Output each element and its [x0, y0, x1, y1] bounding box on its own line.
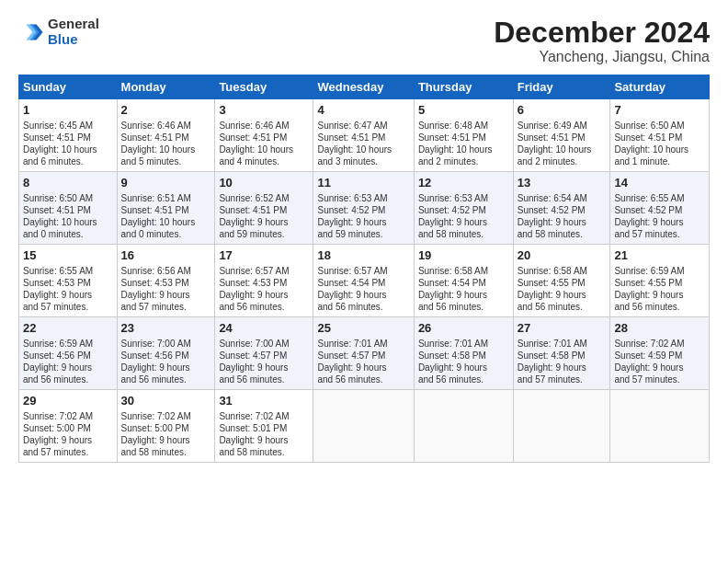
- day-info: Sunset: 4:51 PM: [518, 132, 586, 143]
- day-info: Sunset: 4:57 PM: [219, 350, 287, 361]
- calendar-cell: 10Sunrise: 6:52 AMSunset: 4:51 PMDayligh…: [215, 172, 313, 245]
- calendar-cell: 1Sunrise: 6:45 AMSunset: 4:51 PMDaylight…: [19, 99, 118, 172]
- day-info: Sunrise: 6:57 AM: [219, 266, 289, 276]
- day-number: 6: [518, 103, 607, 119]
- month-title: December 2024: [494, 17, 710, 49]
- day-info: and 56 minutes.: [317, 374, 382, 385]
- day-info: and 56 minutes.: [121, 374, 187, 385]
- calendar-cell: 14Sunrise: 6:55 AMSunset: 4:52 PMDayligh…: [610, 172, 710, 245]
- day-info: and 56 minutes.: [614, 302, 679, 312]
- day-number: 14: [614, 176, 705, 191]
- calendar-cell: [313, 389, 414, 462]
- calendar-cell: 19Sunrise: 6:58 AMSunset: 4:54 PMDayligh…: [414, 244, 513, 316]
- calendar-cell: 22Sunrise: 6:59 AMSunset: 4:56 PMDayligh…: [19, 316, 118, 389]
- title-block: December 2024 Yancheng, Jiangsu, China: [494, 17, 710, 65]
- day-info: Sunrise: 6:50 AM: [23, 193, 93, 203]
- day-number: 13: [518, 176, 607, 191]
- day-info: Sunset: 4:59 PM: [614, 350, 682, 361]
- day-info: and 0 minutes.: [23, 229, 84, 239]
- day-info: and 56 minutes.: [219, 302, 284, 312]
- calendar-table: Sunday Monday Tuesday Wednesday Thursday…: [18, 75, 710, 462]
- day-info: and 58 minutes.: [518, 229, 583, 239]
- day-info: Sunset: 4:57 PM: [317, 350, 385, 361]
- day-info: Daylight: 9 hours: [23, 435, 92, 445]
- day-info: and 57 minutes.: [614, 229, 679, 239]
- header: General Blue December 2024 Yancheng, Jia…: [18, 17, 710, 65]
- day-info: Daylight: 9 hours: [614, 362, 683, 373]
- page: General Blue December 2024 Yancheng, Jia…: [0, 0, 728, 563]
- col-thursday: Thursday: [414, 75, 513, 99]
- day-info: Sunset: 5:00 PM: [23, 423, 91, 433]
- calendar-cell: 16Sunrise: 6:56 AMSunset: 4:53 PMDayligh…: [117, 244, 215, 316]
- calendar-cell: 26Sunrise: 7:01 AMSunset: 4:58 PMDayligh…: [414, 316, 513, 389]
- day-info: Daylight: 9 hours: [317, 362, 386, 373]
- day-info: and 58 minutes.: [121, 447, 187, 457]
- day-info: Daylight: 9 hours: [23, 362, 92, 373]
- day-number: 29: [23, 394, 113, 409]
- calendar-cell: 24Sunrise: 7:00 AMSunset: 4:57 PMDayligh…: [215, 316, 313, 389]
- calendar-cell: 5Sunrise: 6:48 AMSunset: 4:51 PMDaylight…: [414, 99, 513, 172]
- day-info: Daylight: 9 hours: [219, 217, 288, 227]
- day-number: 27: [518, 321, 607, 337]
- day-info: Daylight: 9 hours: [614, 217, 683, 227]
- day-info: Sunrise: 7:02 AM: [23, 411, 93, 421]
- col-wednesday: Wednesday: [313, 75, 414, 99]
- day-info: Daylight: 9 hours: [121, 435, 190, 445]
- day-info: Sunset: 4:53 PM: [219, 278, 287, 288]
- day-info: Daylight: 9 hours: [418, 362, 487, 373]
- day-info: Sunset: 4:54 PM: [418, 278, 486, 288]
- day-info: Daylight: 10 hours: [317, 144, 392, 155]
- calendar-cell: 12Sunrise: 6:53 AMSunset: 4:52 PMDayligh…: [414, 172, 513, 245]
- calendar-cell: 23Sunrise: 7:00 AMSunset: 4:56 PMDayligh…: [117, 316, 215, 389]
- day-info: Daylight: 9 hours: [418, 290, 487, 300]
- day-info: Daylight: 9 hours: [121, 362, 190, 373]
- day-number: 18: [317, 248, 409, 264]
- day-number: 20: [518, 248, 607, 264]
- day-number: 23: [121, 321, 211, 337]
- day-info: Sunset: 4:52 PM: [614, 205, 682, 215]
- day-number: 15: [23, 248, 113, 264]
- logo-blue: Blue: [48, 31, 78, 47]
- day-info: Sunrise: 6:46 AM: [121, 121, 191, 131]
- day-number: 31: [219, 394, 309, 409]
- day-info: Sunset: 4:51 PM: [219, 205, 287, 215]
- day-info: Sunset: 4:51 PM: [121, 132, 189, 143]
- day-info: Sunrise: 6:55 AM: [614, 193, 684, 203]
- day-info: Sunrise: 7:01 AM: [518, 339, 587, 349]
- day-info: Sunrise: 6:59 AM: [23, 339, 93, 349]
- day-info: and 56 minutes.: [518, 302, 583, 312]
- logo-text: General Blue: [48, 17, 99, 47]
- calendar-cell: 4Sunrise: 6:47 AMSunset: 4:51 PMDaylight…: [313, 99, 414, 172]
- day-number: 3: [219, 103, 309, 119]
- day-info: Daylight: 10 hours: [121, 217, 196, 227]
- day-info: Daylight: 10 hours: [219, 144, 293, 155]
- day-number: 8: [23, 176, 113, 191]
- day-info: Sunset: 4:55 PM: [614, 278, 682, 288]
- day-info: Daylight: 10 hours: [23, 144, 97, 155]
- calendar-cell: 8Sunrise: 6:50 AMSunset: 4:51 PMDaylight…: [19, 172, 118, 245]
- day-number: 7: [614, 103, 705, 119]
- day-info: Sunset: 4:58 PM: [418, 350, 486, 361]
- day-info: and 4 minutes.: [219, 156, 279, 167]
- col-saturday: Saturday: [610, 75, 710, 99]
- calendar-cell: 13Sunrise: 6:54 AMSunset: 4:52 PMDayligh…: [513, 172, 610, 245]
- calendar-cell: 18Sunrise: 6:57 AMSunset: 4:54 PMDayligh…: [313, 244, 414, 316]
- col-tuesday: Tuesday: [215, 75, 313, 99]
- day-info: Daylight: 9 hours: [518, 290, 586, 300]
- calendar-cell: 11Sunrise: 6:53 AMSunset: 4:52 PMDayligh…: [313, 172, 414, 245]
- day-info: Sunrise: 6:58 AM: [418, 266, 488, 276]
- day-info: and 5 minutes.: [121, 156, 182, 167]
- calendar-week-4: 22Sunrise: 6:59 AMSunset: 4:56 PMDayligh…: [19, 316, 710, 389]
- calendar-cell: 2Sunrise: 6:46 AMSunset: 4:51 PMDaylight…: [117, 99, 215, 172]
- calendar-cell: 25Sunrise: 7:01 AMSunset: 4:57 PMDayligh…: [313, 316, 414, 389]
- logo-general: General: [48, 16, 99, 31]
- day-info: and 6 minutes.: [23, 156, 84, 167]
- day-info: Daylight: 9 hours: [418, 217, 487, 227]
- day-info: Sunset: 5:00 PM: [121, 423, 189, 433]
- day-info: Sunrise: 6:47 AM: [317, 121, 387, 131]
- day-info: and 57 minutes.: [23, 447, 88, 457]
- day-info: Daylight: 9 hours: [614, 290, 683, 300]
- calendar-cell: 21Sunrise: 6:59 AMSunset: 4:55 PMDayligh…: [610, 244, 710, 316]
- calendar-cell: 3Sunrise: 6:46 AMSunset: 4:51 PMDaylight…: [215, 99, 313, 172]
- day-info: Sunrise: 7:01 AM: [317, 339, 387, 349]
